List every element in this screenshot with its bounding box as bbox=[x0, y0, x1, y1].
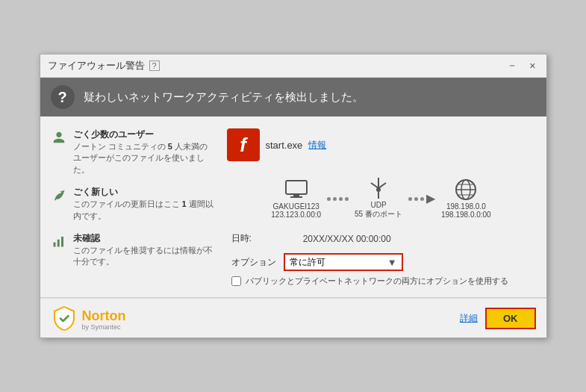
alert-icon: ? bbox=[51, 85, 75, 109]
svg-point-9 bbox=[376, 187, 381, 192]
svg-rect-0 bbox=[53, 242, 55, 246]
norton-shield-icon bbox=[51, 305, 78, 332]
bar-icon bbox=[51, 233, 67, 249]
footer-right: 詳細 OK bbox=[460, 308, 536, 329]
left-panel: ごく少数のユーザー ノートン コミュニティの 5 人未満のユーザーがこのファイル… bbox=[51, 128, 215, 290]
net-destination-label: 198.198.0.0198.198.0.0:00 bbox=[441, 202, 491, 219]
dialog-title: ファイアウォール警告 bbox=[48, 59, 145, 72]
svg-line-8 bbox=[378, 183, 386, 188]
info-content-bar: 未確認 このファイルを推奨するには情報が不十分です。 bbox=[73, 232, 215, 268]
svg-rect-1 bbox=[57, 240, 59, 247]
net-protocol-label: UDP55 番のポート bbox=[355, 201, 402, 220]
option-row: オプション 常に許可 許可 ブロック 常にブロック ▼ bbox=[227, 252, 536, 273]
info-desc-leaf: このファイルの更新日はここ 1 週間以内です。 bbox=[73, 199, 215, 222]
file-info-link[interactable]: 情報 bbox=[308, 139, 326, 152]
norton-logo: Norton by Symantec bbox=[51, 305, 126, 332]
norton-sub-label: by Symantec bbox=[82, 324, 126, 332]
net-source-label: GAKUGEI123123.123.0.00:0 bbox=[271, 202, 321, 219]
norton-brand-label: Norton bbox=[82, 309, 126, 324]
info-desc-bar: このファイルを推奨するには情報が不十分です。 bbox=[73, 245, 215, 268]
info-desc-user: ノートン コミュニティの 5 人未満のユーザーがこのファイルを使いました。 bbox=[73, 141, 215, 175]
option-select-wrapper: 常に許可 許可 ブロック 常にブロック ▼ bbox=[284, 253, 403, 271]
title-bar: ファイアウォール警告 ? － × bbox=[40, 55, 546, 78]
flash-icon: f bbox=[227, 128, 260, 161]
checkbox-row: パブリックとプライベートネットワークの両方にオプションを使用する bbox=[227, 273, 536, 290]
svg-rect-4 bbox=[293, 194, 299, 196]
antenna-icon bbox=[365, 178, 392, 199]
title-bar-left: ファイアウォール警告 ? bbox=[48, 59, 160, 72]
detail-link[interactable]: 詳細 bbox=[460, 312, 478, 325]
info-item-leaf: ごく新しい このファイルの更新日はここ 1 週間以内です。 bbox=[51, 186, 215, 222]
svg-rect-2 bbox=[61, 237, 63, 247]
info-title-bar: 未確認 bbox=[73, 232, 215, 245]
info-content-leaf: ごく新しい このファイルの更新日はここ 1 週間以内です。 bbox=[73, 186, 215, 222]
info-item-bar: 未確認 このファイルを推奨するには情報が不十分です。 bbox=[51, 232, 215, 268]
arrow-icon: ▶ bbox=[426, 193, 435, 205]
option-select[interactable]: 常に許可 許可 ブロック 常にブロック bbox=[285, 255, 383, 270]
norton-text-group: Norton by Symantec bbox=[82, 309, 126, 332]
date-label: 日時: bbox=[227, 230, 299, 247]
monitor-icon bbox=[283, 179, 310, 200]
network-option-checkbox[interactable] bbox=[231, 276, 241, 286]
content-area: ごく少数のユーザー ノートン コミュニティの 5 人未満のユーザーがこのファイル… bbox=[40, 116, 546, 297]
alert-banner: ? 疑わしいネットワークアクティビティを検出しました。 bbox=[40, 78, 546, 116]
net-source-node: GAKUGEI123123.123.0.00:0 bbox=[271, 179, 321, 219]
help-button[interactable]: ? bbox=[149, 60, 160, 71]
globe-icon bbox=[452, 179, 479, 200]
network-diagram: GAKUGEI123123.123.0.00:0 bbox=[227, 173, 536, 224]
option-label: オプション bbox=[231, 256, 276, 269]
dots-left bbox=[324, 197, 352, 201]
user-icon bbox=[51, 129, 67, 146]
svg-rect-5 bbox=[290, 196, 302, 198]
title-controls: － × bbox=[504, 59, 538, 72]
svg-line-7 bbox=[371, 183, 378, 188]
net-destination-node: 198.198.0.0198.198.0.0:00 bbox=[441, 179, 491, 219]
info-title-user: ごく少数のユーザー bbox=[73, 128, 215, 141]
net-protocol-node: UDP55 番のポート bbox=[355, 178, 402, 220]
svg-rect-3 bbox=[286, 181, 307, 194]
checkbox-label: パブリックとプライベートネットワークの両方にオプションを使用する bbox=[246, 276, 508, 287]
firewall-dialog: ファイアウォール警告 ? － × ? 疑わしいネットワークアクティビティを検出し… bbox=[40, 54, 547, 338]
close-button[interactable]: × bbox=[526, 59, 538, 72]
right-panel: f start.exe 情報 GAKUGEI123123.123 bbox=[227, 128, 536, 290]
file-row: f start.exe 情報 bbox=[227, 128, 536, 161]
footer: Norton by Symantec 詳細 OK bbox=[40, 298, 546, 337]
alert-message: 疑わしいネットワークアクティビティを検出しました。 bbox=[84, 90, 364, 105]
file-name: start.exe bbox=[266, 140, 303, 151]
dots-right: ▶ bbox=[405, 193, 438, 205]
date-row: 日時: 20XX/XX/XX 00:00:00 bbox=[227, 230, 536, 247]
leaf-icon bbox=[51, 187, 67, 203]
select-arrow-icon: ▼ bbox=[383, 257, 402, 268]
ok-button[interactable]: OK bbox=[485, 308, 536, 329]
info-title-leaf: ごく新しい bbox=[73, 186, 215, 199]
minimize-button[interactable]: － bbox=[504, 59, 520, 72]
info-item-user: ごく少数のユーザー ノートン コミュニティの 5 人未満のユーザーがこのファイル… bbox=[51, 128, 215, 175]
details-table: 日時: 20XX/XX/XX 00:00:00 bbox=[227, 230, 536, 247]
date-value: 20XX/XX/XX 00:00:00 bbox=[299, 230, 536, 247]
info-content-user: ごく少数のユーザー ノートン コミュニティの 5 人未満のユーザーがこのファイル… bbox=[73, 128, 215, 175]
